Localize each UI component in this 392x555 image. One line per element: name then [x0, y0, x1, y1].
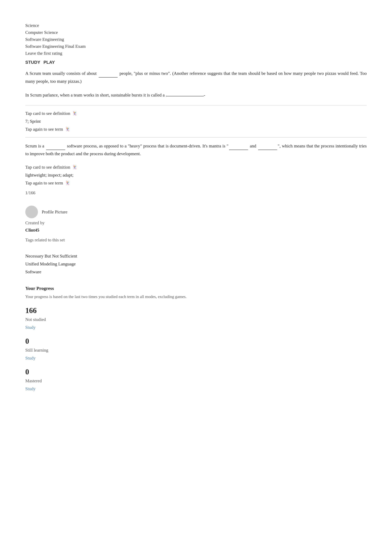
study-still-learning-button[interactable]: Study: [25, 355, 367, 361]
progress-mastered-label: Mastered: [25, 378, 367, 384]
flashcard-question-1[interactable]: A Scrum team usually consists of about p…: [25, 70, 367, 85]
breadcrumb-final-exam[interactable]: Software Engineering Final Exam: [25, 43, 367, 50]
flashcard-q1-part1: A Scrum team usually consists of about: [25, 71, 98, 76]
profile-picture-label: Profile Picture: [42, 209, 67, 215]
creator-name[interactable]: Clint45: [25, 227, 367, 234]
card-flip-icon-3: 🃏: [72, 164, 77, 170]
progress-mastered: 0 Mastered Study: [25, 366, 367, 392]
flashcard-q3-blank2: [229, 142, 248, 150]
tap-term-label-2: Tap again to see term: [25, 180, 63, 186]
flashcard-q2-dash: -: [204, 93, 205, 97]
card-flip-icon-4: 🃏: [65, 180, 70, 186]
card-divider-2: [25, 137, 367, 138]
flashcard-q3-blank1: [46, 142, 65, 150]
progress-still-learning: 0 Still learning Study: [25, 336, 367, 361]
progress-still-learning-label: Still learning: [25, 347, 367, 353]
tap-to-see-term-1[interactable]: Tap again to see term 🃏: [25, 126, 367, 132]
progress-not-studied-count: 166: [25, 305, 367, 316]
tag-necessary[interactable]: Necessary But Not Sufficient: [25, 253, 367, 259]
flashcard-q3-blank3: [258, 142, 277, 150]
created-by-label: Created by: [25, 219, 367, 226]
flashcard-answer-2: lightweight; inspect; adapt;: [25, 172, 367, 178]
profile-picture-row: Profile Picture: [25, 206, 367, 218]
tap-to-see-term-2[interactable]: Tap again to see term 🃏: [25, 180, 367, 186]
card-flip-icon-1: 🃏: [72, 110, 77, 117]
tap-definition-label-2: Tap card to see definition: [25, 164, 70, 170]
flashcard-question-2[interactable]: In Scrum parlance, when a team works in …: [25, 91, 367, 99]
action-buttons: STUDY PLAY: [25, 60, 367, 65]
tap-definition-label-1: Tap card to see definition: [25, 110, 70, 117]
card-divider-1: [25, 105, 367, 105]
flashcard-q3-and: and: [249, 143, 257, 148]
progress-still-learning-count: 0: [25, 336, 367, 347]
card-counter: 1/166: [25, 190, 367, 196]
flashcard-answer-1: 7; Sprint: [25, 118, 367, 125]
study-button[interactable]: STUDY: [25, 60, 40, 65]
profile-section: Profile Picture Created by Clint45 Tags …: [25, 206, 367, 243]
breadcrumb-computer-science[interactable]: Computer Science: [25, 29, 367, 36]
tags-list: Necessary But Not Sufficient Unified Mod…: [25, 253, 367, 275]
breadcrumb-science[interactable]: Science: [25, 22, 367, 29]
profile-avatar: [25, 206, 38, 218]
flashcard-question-3[interactable]: Scrum is a software process, as opposed …: [25, 142, 367, 158]
progress-not-studied-label: Not studied: [25, 316, 367, 323]
breadcrumb: Science Computer Science Software Engine…: [25, 22, 367, 57]
progress-mastered-count: 0: [25, 366, 367, 378]
flashcard-area: A Scrum team usually consists of about p…: [25, 70, 367, 196]
breadcrumb-software-engineering[interactable]: Software Engineering: [25, 36, 367, 43]
progress-title: Your Progress: [25, 285, 367, 292]
tap-term-label-1: Tap again to see term: [25, 126, 63, 132]
progress-section: Your Progress Your progress is based on …: [25, 285, 367, 392]
progress-not-studied: 166 Not studied Study: [25, 305, 367, 331]
breadcrumb-rating[interactable]: Leave the first rating: [25, 50, 367, 57]
progress-description: Your progress is based on the last two t…: [25, 293, 367, 300]
study-mastered-button[interactable]: Study: [25, 386, 367, 392]
tag-software[interactable]: Software: [25, 269, 367, 275]
tag-uml[interactable]: Unified Modeling Language: [25, 261, 367, 267]
tap-to-see-definition-2[interactable]: Tap card to see definition 🃏: [25, 164, 367, 170]
play-button[interactable]: PLAY: [43, 60, 55, 65]
tap-to-see-definition-1[interactable]: Tap card to see definition 🃏: [25, 110, 367, 117]
tags-label: Tags related to this set: [25, 237, 367, 243]
card-flip-icon-2: 🃏: [65, 126, 70, 132]
flashcard-q3-part2: software process, as opposed to a "heavy…: [66, 143, 228, 148]
flashcard-q3-part1: Scrum is a: [25, 143, 45, 148]
study-not-studied-button[interactable]: Study: [25, 324, 367, 331]
flashcard-q1-blank: [99, 70, 118, 78]
flashcard-q2-blank: [166, 96, 204, 96]
flashcard-q2-intro: In Scrum parlance, when a team works in …: [25, 93, 166, 97]
